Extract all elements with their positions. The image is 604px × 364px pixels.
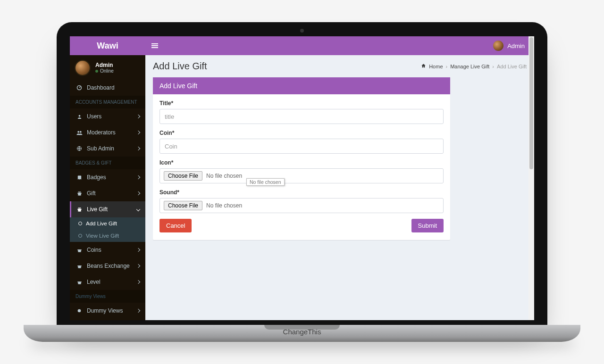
laptop-frame: Wawi Admin (57, 22, 547, 342)
icon-label: Icon* (159, 159, 444, 166)
chevron-left-icon (136, 264, 140, 268)
dashboard-icon (76, 85, 83, 91)
panel-body: Title* Coin* Icon* (153, 94, 450, 240)
content-header: Add Live Gift Home › Manage Live Gift › … (153, 61, 527, 72)
svg-point-24 (78, 309, 81, 313)
app-viewport: Wawi Admin (70, 36, 534, 320)
cancel-button[interactable]: Cancel (159, 219, 192, 232)
gift-icon (76, 264, 83, 269)
svg-point-2 (77, 131, 79, 132)
field-sound: Sound* Choose File No file chosen (159, 189, 444, 213)
subnav-add-live-gift[interactable]: Add Live Gift (70, 217, 145, 230)
topbar-user-name: Admin (507, 42, 525, 50)
file-status: No file chosen (206, 202, 242, 209)
sidebar-user-name: Admin (95, 62, 114, 68)
nav-badges[interactable]: Badges (70, 169, 145, 185)
avatar (493, 41, 503, 51)
nav-section-dummy: Dummy Views (70, 290, 145, 303)
svg-rect-20 (79, 265, 80, 268)
user-icon (76, 114, 83, 119)
laptop-base: ChangeThis (24, 325, 580, 342)
field-title: Title* (159, 100, 444, 124)
page-title: Add Live Gift (153, 61, 207, 72)
chevron-down-icon (136, 207, 140, 211)
circle-icon (76, 308, 83, 313)
avatar (75, 60, 91, 76)
svg-point-14 (79, 207, 81, 209)
crumb-current: Add Live Gift (497, 64, 527, 69)
app-body: Admin Online (70, 55, 534, 320)
scrollbar[interactable] (528, 36, 534, 320)
nav-coins[interactable]: Coins (70, 242, 145, 258)
title-label: Title* (159, 100, 444, 107)
brand[interactable]: Wawi (70, 41, 145, 51)
topbar: Wawi Admin (70, 36, 534, 55)
scrollbar-thumb[interactable] (529, 37, 533, 169)
field-icon: Icon* Choose File No file chosen (159, 159, 444, 183)
content: Add Live Gift Home › Manage Live Gift › … (145, 55, 534, 320)
panel-title: Add Live Gift (153, 77, 450, 94)
svg-rect-7 (79, 193, 80, 196)
nav-moderators[interactable]: Moderators (70, 124, 145, 141)
file-status: No file chosen (206, 173, 242, 179)
choose-file-button[interactable]: Choose File (164, 171, 202, 181)
submit-button[interactable]: Submit (411, 219, 444, 232)
nav-live-gift[interactable]: Live Gift (70, 201, 145, 217)
svg-point-1 (78, 115, 80, 116)
subnav-live-gift: Add Live Gift View Live Gift (70, 217, 145, 242)
subnav-view-live-gift[interactable]: View Live Gift (70, 230, 145, 242)
book-icon (76, 175, 83, 180)
hamburger-icon (151, 45, 158, 46)
crumb-home[interactable]: Home (429, 64, 443, 69)
gift-icon (76, 207, 83, 212)
nav-section-badges: BADGES & GIFT (70, 157, 145, 169)
nav-level[interactable]: Level (70, 274, 145, 290)
sidebar: Admin Online (70, 55, 145, 320)
circle-icon (78, 234, 82, 238)
chevron-left-icon (136, 175, 140, 179)
circle-icon (78, 222, 82, 225)
sidebar-toggle[interactable] (145, 45, 164, 46)
coin-input[interactable] (159, 139, 444, 154)
chevron-left-icon (136, 280, 140, 284)
title-input[interactable] (159, 109, 444, 124)
svg-rect-17 (79, 249, 80, 252)
gift-icon (76, 191, 83, 196)
laptop-base-label: ChangeThis (283, 328, 321, 336)
svg-rect-12 (79, 209, 80, 212)
sound-file-input[interactable]: Choose File No file chosen (159, 198, 444, 213)
crumb-parent[interactable]: Manage Live Gift (450, 64, 489, 69)
nav-users[interactable]: Users (70, 108, 145, 124)
gift-icon (76, 248, 83, 253)
user-menu[interactable]: Admin (493, 41, 534, 51)
chevron-left-icon (136, 115, 140, 118)
users-icon (76, 130, 83, 135)
nav-beans-exchange[interactable]: Beans Exchange (70, 258, 145, 274)
app-root: Wawi Admin (70, 36, 534, 320)
status-dot-icon (95, 70, 98, 73)
globe-icon (76, 146, 83, 151)
nav-dummy-views[interactable]: Dummy Views (70, 303, 145, 319)
nav-gift[interactable]: Gift (70, 185, 145, 201)
chevron-left-icon (136, 191, 140, 195)
form-panel: Add Live Gift Title* Coin* (153, 77, 450, 240)
laptop-screen: Wawi Admin (57, 22, 547, 325)
gift-icon (76, 280, 83, 285)
nav-section-accounts: ACCOUNTS MANAGEMENT (70, 96, 145, 108)
chevron-right-icon: › (492, 64, 494, 69)
svg-rect-23 (79, 281, 80, 284)
camera-dot (300, 29, 304, 33)
user-status: Online (95, 68, 114, 74)
chevron-left-icon (136, 147, 140, 150)
choose-file-button[interactable]: Choose File (164, 201, 202, 210)
nav-sub-admin[interactable]: Sub Admin (70, 141, 145, 157)
sidebar-nav: Dashboard ACCOUNTS MANAGEMENT Users (70, 80, 145, 319)
home-icon (421, 63, 426, 69)
nav-dashboard[interactable]: Dashboard (70, 80, 145, 96)
chevron-right-icon: › (446, 64, 448, 69)
field-coin: Coin* (159, 130, 444, 154)
icon-file-input[interactable]: Choose File No file chosen (159, 168, 444, 183)
form-actions: Cancel Submit (159, 219, 444, 232)
coin-label: Coin* (159, 130, 444, 136)
sidebar-user-panel: Admin Online (70, 55, 145, 80)
